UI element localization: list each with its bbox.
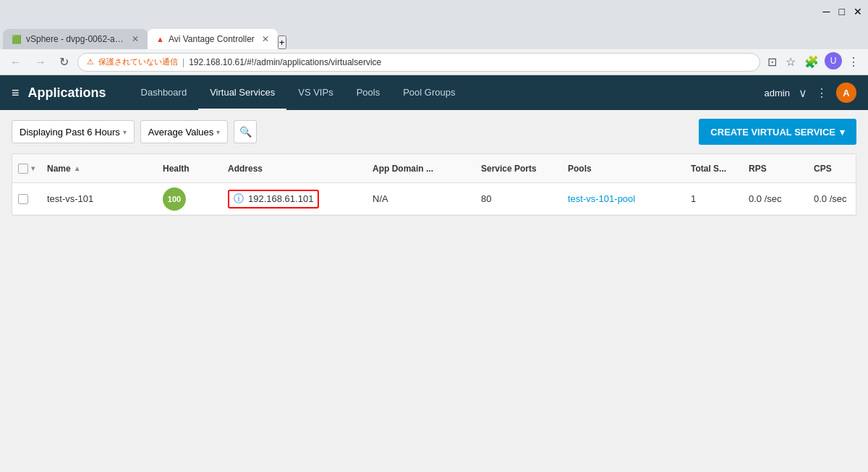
maximize-icon[interactable]: □ xyxy=(839,6,845,17)
admin-label: admin xyxy=(765,88,790,98)
create-btn-label: CREATE VIRTUAL SERVICE xyxy=(710,127,835,138)
avg-values-label: Average Values xyxy=(148,127,214,138)
nav-virtual-services[interactable]: Virtual Services xyxy=(198,75,286,110)
avg-values-dropdown[interactable]: Average Values ▾ xyxy=(140,120,229,143)
browser-tab-avi[interactable]: ▲ Avi Vantage Controller ✕ xyxy=(148,29,278,49)
address-info-icon: ⓘ xyxy=(234,193,244,206)
nav-dashboard[interactable]: Dashboard xyxy=(129,75,199,110)
filters-row: Displaying Past 6 Hours ▾ Average Values… xyxy=(12,119,856,145)
close-icon[interactable]: ✕ xyxy=(854,6,862,17)
minimize-icon[interactable]: ─ xyxy=(823,6,830,17)
table-row: test-vs-101 100 ⓘ 192.168.61.101 N/A 80 xyxy=(12,183,856,215)
avg-values-chevron: ▾ xyxy=(216,128,220,136)
security-warning-text: 保護されていない通信 xyxy=(98,56,178,67)
refresh-button[interactable]: ↻ xyxy=(55,52,73,72)
th-name[interactable]: Name ▲ xyxy=(41,164,157,174)
address-separator: | xyxy=(182,57,184,67)
th-cps[interactable]: CPS xyxy=(808,164,868,174)
back-button[interactable]: ← xyxy=(6,53,26,72)
th-checkbox: ▾ xyxy=(12,164,41,174)
table-header-row: ▾ Name ▲ Health Address App Domain ... S… xyxy=(12,154,856,183)
th-service-ports[interactable]: Service Ports xyxy=(475,164,562,174)
nav-pools[interactable]: Pools xyxy=(345,75,392,110)
avi-logo: A xyxy=(836,83,856,103)
td-total-s: 1 xyxy=(685,193,743,204)
row-checkbox[interactable] xyxy=(18,194,28,204)
address-bar[interactable]: ⚠ 保護されていない通信 | 192.168.10.61/#!/admin/ap… xyxy=(77,53,760,72)
tab-favicon-vsphere: 🟩 xyxy=(12,35,22,44)
td-health: 100 xyxy=(157,187,222,211)
th-address[interactable]: Address xyxy=(222,164,367,174)
screenshot-icon[interactable]: ⊡ xyxy=(765,52,780,72)
browser-titlebar: ─ □ ✕ xyxy=(0,0,868,23)
td-cps: 0.0 /sec xyxy=(808,193,868,204)
profile-icon[interactable]: U xyxy=(825,52,842,69)
forward-button[interactable]: → xyxy=(30,53,51,72)
browser-window: ─ □ ✕ 🟩 vSphere - dvpg-0062-avi-02 - 仮..… xyxy=(0,0,868,224)
virtual-services-table: ▾ Name ▲ Health Address App Domain ... S… xyxy=(12,153,856,216)
tab-close-vsphere[interactable]: ✕ xyxy=(132,34,139,44)
time-range-dropdown[interactable]: Displaying Past 6 Hours ▾ xyxy=(12,120,135,143)
td-service-ports: 80 xyxy=(475,193,562,204)
menu-icon[interactable]: ⋮ xyxy=(845,52,862,72)
address-value: 192.168.61.101 xyxy=(248,193,313,204)
search-icon: 🔍 xyxy=(239,126,252,138)
td-name[interactable]: test-vs-101 xyxy=(41,193,157,204)
create-btn-chevron: ▾ xyxy=(840,127,845,138)
browser-toolbar: ← → ↻ ⚠ 保護されていない通信 | 192.168.10.61/#!/ad… xyxy=(0,49,868,75)
admin-chevron-icon[interactable]: ∨ xyxy=(799,86,807,100)
td-pools[interactable]: test-vs-101-pool xyxy=(562,193,685,204)
app-title: Applications xyxy=(28,85,106,101)
td-checkbox xyxy=(12,194,41,204)
app-navbar: ≡ Applications Dashboard Virtual Service… xyxy=(0,75,868,110)
th-health[interactable]: Health xyxy=(157,164,222,174)
more-options-icon[interactable]: ⋮ xyxy=(816,86,827,100)
th-app-domain[interactable]: App Domain ... xyxy=(367,164,475,174)
new-tab-button[interactable]: + xyxy=(278,35,286,49)
th-rps[interactable]: RPS xyxy=(743,164,808,174)
browser-tabs-bar: 🟩 vSphere - dvpg-0062-avi-02 - 仮... ✕ ▲ … xyxy=(0,23,868,49)
search-button[interactable]: 🔍 xyxy=(234,120,257,143)
time-range-label: Displaying Past 6 Hours xyxy=(20,127,120,138)
security-warning-icon: ⚠ xyxy=(87,57,94,67)
nav-right-section: admin ∨ ⋮ A xyxy=(765,83,856,103)
tab-favicon-avi: ▲ xyxy=(156,35,164,43)
address-url: 192.168.10.61/#!/admin/applications/virt… xyxy=(189,57,381,67)
tab-title-avi: Avi Vantage Controller xyxy=(169,34,255,44)
header-checkbox[interactable] xyxy=(18,164,28,174)
toolbar-icons: ⊡ ☆ 🧩 U ⋮ xyxy=(765,52,862,72)
extensions-icon[interactable]: 🧩 xyxy=(801,52,822,72)
main-content: Displaying Past 6 Hours ▾ Average Values… xyxy=(0,110,868,224)
address-cell[interactable]: ⓘ 192.168.61.101 xyxy=(228,190,319,208)
create-virtual-service-button[interactable]: CREATE VIRTUAL SERVICE ▾ xyxy=(699,119,856,145)
time-range-chevron: ▾ xyxy=(123,128,127,136)
td-rps: 0.0 /sec xyxy=(743,193,808,204)
td-app-domain: N/A xyxy=(367,193,475,204)
main-nav: Dashboard Virtual Services VS VIPs Pools… xyxy=(129,75,765,110)
tab-close-avi[interactable]: ✕ xyxy=(262,34,269,44)
bookmark-icon[interactable]: ☆ xyxy=(783,52,799,72)
nav-pool-groups[interactable]: Pool Groups xyxy=(391,75,467,110)
hamburger-menu[interactable]: ≡ xyxy=(12,85,20,101)
nav-vs-vips[interactable]: VS VIPs xyxy=(286,75,344,110)
health-badge: 100 xyxy=(163,187,186,211)
header-chevron[interactable]: ▾ xyxy=(31,164,35,172)
td-address[interactable]: ⓘ 192.168.61.101 xyxy=(222,190,367,208)
browser-tab-vsphere[interactable]: 🟩 vSphere - dvpg-0062-avi-02 - 仮... ✕ xyxy=(3,29,148,49)
tab-title-vsphere: vSphere - dvpg-0062-avi-02 - 仮... xyxy=(26,33,124,46)
th-pools[interactable]: Pools xyxy=(562,164,685,174)
name-sort-icon: ▲ xyxy=(74,164,81,172)
th-total-s[interactable]: Total S... xyxy=(685,164,743,174)
